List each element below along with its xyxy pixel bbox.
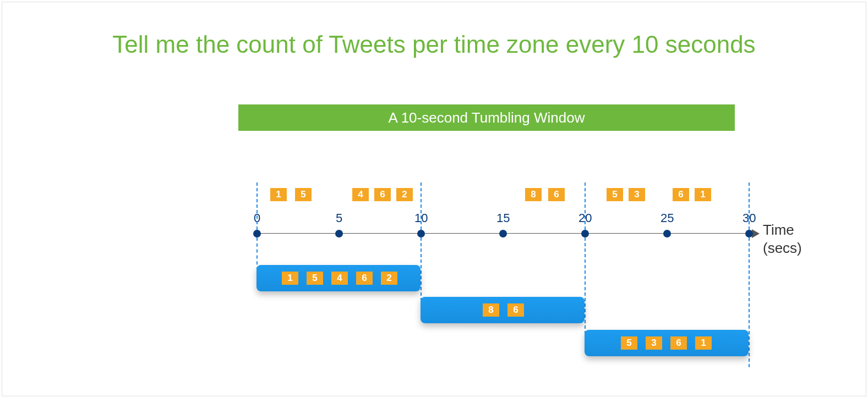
tick-dot-25: [663, 230, 671, 237]
diagram-canvas: Tell me the count of Tweets per time zon…: [2, 2, 866, 396]
window-chip: 5: [307, 272, 323, 285]
window-chip: 3: [646, 336, 662, 350]
event-chip: 8: [525, 188, 542, 201]
event-chip: 4: [352, 188, 369, 201]
event-chip: 6: [673, 188, 689, 201]
event-chip: 1: [270, 188, 287, 201]
window-box-2: 8 6: [421, 297, 585, 323]
axis-title: Time (secs): [763, 221, 829, 257]
event-chip: 2: [396, 188, 413, 201]
axis-arrow-icon: [752, 229, 760, 238]
event-chip: 1: [695, 188, 711, 201]
tick-dot-5: [335, 230, 343, 237]
dash-top-0: [256, 183, 258, 230]
tick-dot-15: [499, 230, 507, 237]
window-chip: 2: [381, 272, 397, 285]
diagram-title: Tell me the count of Tweets per time zon…: [2, 31, 866, 58]
tick-label-5: 5: [336, 211, 342, 225]
window-chip: 6: [670, 336, 687, 350]
window-chip: 5: [621, 336, 637, 350]
event-chip: 6: [548, 188, 565, 201]
tick-label-15: 15: [496, 211, 510, 225]
window-box-3: 5 3 6 1: [585, 330, 749, 356]
axis-title-line1: Time: [763, 222, 794, 238]
event-chip: 5: [607, 188, 623, 201]
tick-dot-30: [745, 230, 753, 237]
dash-bot-10: [421, 237, 422, 301]
window-chip: 6: [507, 303, 524, 317]
event-chip: 3: [629, 188, 645, 201]
window-box-1: 1 5 4 6 2: [256, 265, 421, 291]
subtitle-bar: A 10-second Tumbling Window: [238, 104, 735, 131]
window-chip: 1: [282, 272, 298, 285]
window-chip: 4: [331, 272, 348, 285]
dash-bot-20: [585, 237, 586, 334]
tick-dot-10: [417, 230, 425, 237]
event-chip: 6: [374, 188, 391, 201]
dash-top-10: [421, 183, 422, 230]
dash-top-30: [749, 183, 750, 230]
event-chip: 5: [295, 188, 312, 201]
dash-bot-30: [749, 237, 750, 367]
axis-title-line2: (secs): [763, 240, 802, 256]
window-chip: 8: [483, 303, 499, 317]
tick-dot-20: [581, 230, 589, 237]
window-chip: 1: [695, 336, 712, 350]
window-chip: 6: [356, 272, 373, 285]
dash-bot-0: [256, 237, 258, 270]
tick-label-25: 25: [660, 211, 674, 225]
tick-dot-0: [253, 230, 261, 237]
dash-top-20: [585, 183, 586, 230]
